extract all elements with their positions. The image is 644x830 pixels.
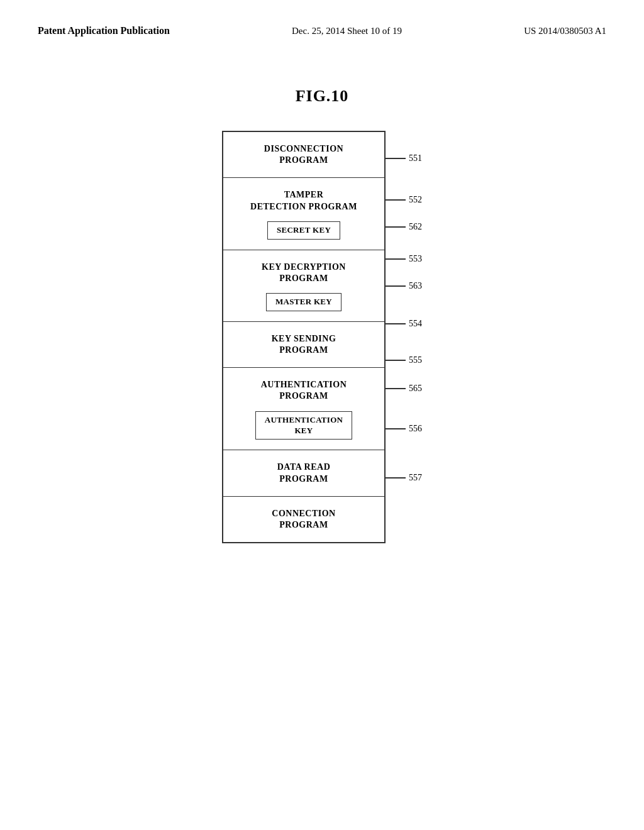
ref-label-563: 563 xyxy=(386,274,422,298)
ref-label-556: 556 xyxy=(386,406,422,451)
block-tamper-label: TAMPERDETECTION PROGRAM xyxy=(250,190,357,211)
ref-557-text: 557 xyxy=(409,473,422,483)
block-disconnection-label: DISCONNECTIONPROGRAM xyxy=(264,144,343,165)
ref-565-text: 565 xyxy=(409,384,422,394)
ref-label-565: 565 xyxy=(386,375,422,402)
block-connection-label: CONNECTIONPROGRAM xyxy=(272,509,335,529)
ref-555-text: 555 xyxy=(409,355,422,365)
header-publication-type: Patent Application Publication xyxy=(38,25,170,36)
header-patent-number: US 2014/0380503 A1 xyxy=(524,26,606,36)
block-disconnection-program: DISCONNECTIONPROGRAM xyxy=(223,132,384,178)
ref-556-text: 556 xyxy=(409,424,422,434)
authentication-key-inner-box: AUTHENTICATIONKEY xyxy=(255,411,353,440)
page-header: Patent Application Publication Dec. 25, … xyxy=(0,0,644,49)
block-key-sending-program: KEY SENDINGPROGRAM xyxy=(223,322,384,368)
ref-label-555: 555 xyxy=(386,346,422,375)
ref-562-text: 562 xyxy=(409,222,422,232)
ref-label-554: 554 xyxy=(386,303,422,345)
ref-label-551: 551 xyxy=(386,133,422,184)
ref-552-text: 552 xyxy=(409,195,422,205)
block-authentication-label: AUTHENTICATIONPROGRAM xyxy=(261,380,347,401)
ref-551-text: 551 xyxy=(409,153,422,163)
block-tamper-detection-program: TAMPERDETECTION PROGRAM SECRET KEY xyxy=(223,178,384,250)
main-program-box: DISCONNECTIONPROGRAM TAMPERDETECTION PRO… xyxy=(222,131,386,543)
block-key-decryption-label: KEY DECRYPTIONPROGRAM xyxy=(262,262,346,283)
secret-key-inner-box: SECRET KEY xyxy=(267,221,340,240)
ref-554-text: 554 xyxy=(409,319,422,329)
ref-553-text: 553 xyxy=(409,254,422,264)
block-data-read-label: DATA READPROGRAM xyxy=(277,462,331,483)
block-authentication-program: AUTHENTICATIONPROGRAM AUTHENTICATIONKEY xyxy=(223,368,384,450)
block-key-sending-label: KEY SENDINGPROGRAM xyxy=(272,334,336,355)
block-connection-program: CONNECTIONPROGRAM xyxy=(223,497,384,542)
ref-label-557: 557 xyxy=(386,453,422,503)
figure-title: FIG.10 xyxy=(0,87,644,106)
block-key-decryption-program: KEY DECRYPTIONPROGRAM MASTER KEY xyxy=(223,250,384,322)
diagram-container: DISCONNECTIONPROGRAM TAMPERDETECTION PRO… xyxy=(0,131,644,543)
ref-563-text: 563 xyxy=(409,281,422,291)
ref-label-552: 552 xyxy=(386,185,422,215)
ref-label-553: 553 xyxy=(386,244,422,274)
diagram-wrapper: DISCONNECTIONPROGRAM TAMPERDETECTION PRO… xyxy=(222,131,422,543)
block-data-read-program: DATA READPROGRAM xyxy=(223,450,384,496)
master-key-inner-box: MASTER KEY xyxy=(266,293,341,311)
header-date-sheet: Dec. 25, 2014 Sheet 10 of 19 xyxy=(292,26,402,36)
ref-label-562: 562 xyxy=(386,215,422,239)
